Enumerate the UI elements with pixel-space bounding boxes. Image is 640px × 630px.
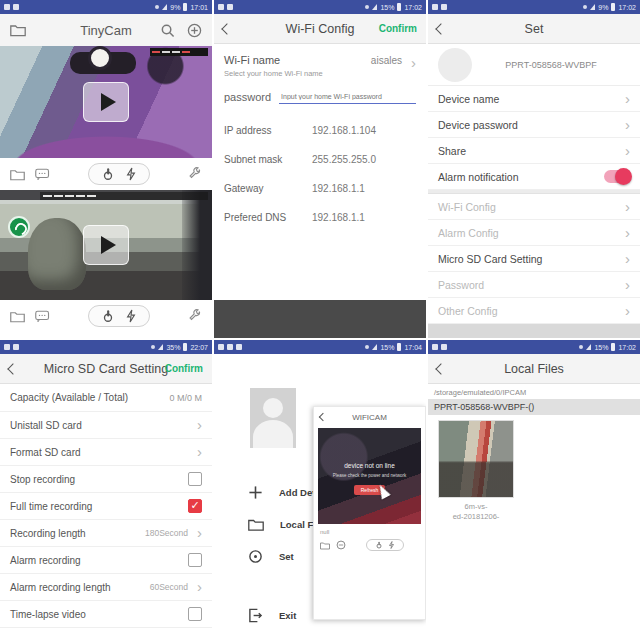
- stop-recording-row[interactable]: Stop recording: [0, 466, 212, 493]
- folder-icon[interactable]: [320, 541, 330, 550]
- set-item-alarm-config[interactable]: Alarm Config: [428, 220, 640, 246]
- user-avatar[interactable]: [250, 388, 296, 448]
- checkbox-checked[interactable]: [188, 499, 202, 513]
- location-icon: [155, 5, 159, 9]
- battery-percent: 9%: [598, 4, 608, 11]
- set-item-share[interactable]: Share: [428, 138, 640, 164]
- device-folder-row[interactable]: PPRT-058568-WVBPF-(): [428, 399, 640, 415]
- checkbox-unchecked[interactable]: [188, 472, 202, 486]
- alarm-recording-length-row[interactable]: Alarm recording length 60Second: [0, 574, 212, 601]
- flash-icon[interactable]: [388, 541, 395, 549]
- notification-icon: [4, 4, 10, 10]
- chevron-right-icon: [618, 90, 630, 108]
- field-value: 255.255.255.0: [312, 154, 376, 165]
- status-bar: 15% 17:02: [428, 340, 640, 354]
- item-label: Alarm recording: [10, 555, 188, 566]
- play-button[interactable]: [83, 82, 129, 122]
- set-item-other-config[interactable]: Other Config: [428, 298, 640, 324]
- chevron-right-icon: [190, 578, 202, 596]
- set-item-sd-card-setting[interactable]: Micro SD Card Setting: [428, 246, 640, 272]
- camera-name-label: null: [320, 529, 419, 535]
- chevron-right-icon: [190, 416, 202, 434]
- item-label: Wi-Fi Config: [438, 201, 618, 213]
- confirm-button[interactable]: Confirm: [165, 363, 203, 374]
- folder-icon[interactable]: [10, 310, 25, 323]
- field-label: IP address: [224, 125, 312, 136]
- full-time-recording-row[interactable]: Full time recording: [0, 493, 212, 520]
- item-value: 60Second: [150, 582, 188, 592]
- wifi-name-hint: Select your home Wi-Fi name: [224, 69, 371, 78]
- exit-icon: [248, 608, 263, 623]
- set-item-alarm-notification[interactable]: Alarm notification: [428, 164, 640, 190]
- status-time: 17:02: [618, 4, 636, 11]
- item-label: Alarm Config: [438, 227, 618, 239]
- ptz-hand-icon[interactable]: [101, 167, 115, 181]
- checkbox-unchecked[interactable]: [188, 607, 202, 621]
- uninstall-sd-row[interactable]: Unistall SD card: [0, 412, 212, 439]
- wrench-icon[interactable]: [188, 167, 202, 181]
- camera-feed-1[interactable]: [0, 46, 212, 158]
- file-item[interactable]: 6m-vs- ed-20181206-: [432, 420, 520, 522]
- ptz-hand-icon[interactable]: [101, 309, 115, 323]
- chat-icon[interactable]: [35, 168, 50, 181]
- video-thumbnail[interactable]: [438, 420, 514, 498]
- panel-set: 9% 17:02 Set PPRT-058568-WVBPF Device na…: [428, 0, 640, 338]
- chat-icon[interactable]: [35, 310, 50, 323]
- item-label: Share: [438, 145, 618, 157]
- add-camera-icon[interactable]: [187, 23, 202, 38]
- flash-icon[interactable]: [125, 167, 137, 181]
- page-title: Set: [428, 22, 640, 36]
- gateway-row: Gateway 192.168.1.1: [214, 174, 426, 203]
- folder-icon[interactable]: [10, 168, 25, 181]
- offline-hint: Please check the power and network: [318, 473, 421, 478]
- device-avatar: [438, 48, 472, 82]
- panel-tinycam: 9% 17:01 TinyCam: [0, 0, 212, 338]
- play-button[interactable]: [83, 225, 129, 265]
- wrench-icon[interactable]: [188, 309, 202, 323]
- camera-feed-2[interactable]: [0, 190, 212, 300]
- password-label: password: [224, 91, 271, 103]
- set-item-device-password[interactable]: Device password: [428, 112, 640, 138]
- battery-percent: 15%: [380, 4, 394, 11]
- set-item-password[interactable]: Password: [428, 272, 640, 298]
- chat-icon[interactable]: [336, 540, 346, 550]
- field-label: Gateway: [224, 183, 312, 194]
- ptz-hand-icon[interactable]: [375, 541, 383, 549]
- dark-footer: [214, 300, 426, 338]
- wifi-name-row[interactable]: Wi-Fi name Select your home Wi-Fi name a…: [214, 44, 426, 82]
- popup-actions: [314, 537, 425, 553]
- timestamp-overlay: [40, 192, 208, 200]
- chevron-right-icon: [190, 443, 202, 461]
- page-title: Local Files: [428, 362, 640, 376]
- status-bar: 9% 17:01: [0, 0, 212, 14]
- file-name-line2: ed-20181206-: [432, 512, 520, 522]
- chevron-right-icon: [404, 54, 416, 72]
- set-item-wifi-config[interactable]: Wi-Fi Config: [428, 194, 640, 220]
- battery-percent: 35%: [166, 344, 180, 351]
- header: Wi-Fi Config Confirm: [214, 14, 426, 44]
- field-value: 192.168.1.104: [312, 125, 376, 136]
- checkbox-unchecked[interactable]: [188, 553, 202, 567]
- recording-length-row[interactable]: Recording length 180Second: [0, 520, 212, 547]
- settings-icon: [248, 549, 263, 564]
- panel-sd-setting: 35% 22:07 Micro SD Card Setting Confirm …: [0, 340, 212, 630]
- time-lapse-row[interactable]: Time-lapse video: [0, 601, 212, 628]
- battery-percent: 9%: [170, 4, 180, 11]
- flash-icon[interactable]: [125, 309, 137, 323]
- item-label: Other Config: [438, 305, 618, 317]
- item-value: 180Second: [145, 528, 188, 538]
- password-row: password: [214, 82, 426, 106]
- alarm-recording-row[interactable]: Alarm recording: [0, 547, 212, 574]
- set-item-device-name[interactable]: Device name: [428, 86, 640, 112]
- search-icon[interactable]: [160, 23, 175, 38]
- header: Local Files: [428, 354, 640, 384]
- confirm-button[interactable]: Confirm: [379, 23, 417, 34]
- item-label: Time-lapse video: [10, 609, 188, 620]
- mouse-cursor: [375, 482, 390, 499]
- alarm-toggle-on[interactable]: [604, 170, 630, 183]
- format-sd-row[interactable]: Format SD card: [0, 439, 212, 466]
- chevron-right-icon: [190, 524, 202, 542]
- panel-wifi-config: 15% 17:02 Wi-Fi Config Confirm Wi-Fi nam…: [214, 0, 426, 338]
- status-time: 17:02: [618, 344, 636, 351]
- password-input[interactable]: [279, 90, 416, 104]
